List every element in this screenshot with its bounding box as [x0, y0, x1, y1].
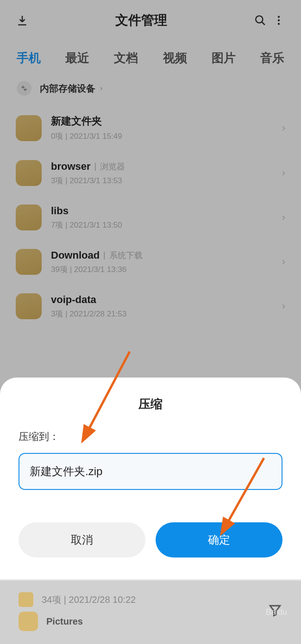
- dialog-title: 压缩: [19, 396, 282, 412]
- bottom-bar: 34项 | 2021/2/28 10:22 Pictures: [0, 579, 301, 644]
- file-name: Pictures: [46, 616, 83, 627]
- file-meta: 34项 | 2021/2/28 10:22: [42, 594, 136, 606]
- dialog-label: 压缩到：: [19, 430, 282, 444]
- file-manager-screen: 文件管理 手机 最近 文档 视频 图片 音乐 内部存储设备 › 新建文件夹 0项…: [0, 0, 301, 644]
- confirm-button[interactable]: 确定: [156, 522, 282, 557]
- folder-icon: [19, 612, 38, 631]
- folder-icon: [19, 592, 33, 607]
- filename-input[interactable]: [19, 453, 282, 490]
- cancel-button[interactable]: 取消: [19, 522, 145, 557]
- watermark: Baidu: [266, 607, 287, 617]
- compress-dialog: 压缩 压缩到： 取消 确定: [0, 378, 301, 581]
